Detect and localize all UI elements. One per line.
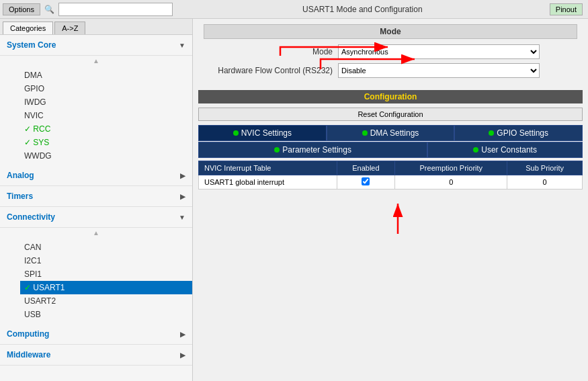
flow-control-row: Hardware Flow Control (RS232) Disable (204, 63, 577, 78)
dma-settings-label: DMA Settings (370, 128, 419, 138)
sub-priority-cell: 0 (507, 175, 583, 189)
gpio-settings-label: GPIO Settings (497, 128, 548, 138)
tab-atoz[interactable]: A->Z (54, 22, 85, 34)
mode-select[interactable]: Asynchronous (338, 44, 540, 59)
timers-chevron: ▶ (180, 193, 185, 200)
dma-tab-dot (362, 130, 368, 136)
enabled-cell[interactable] (337, 175, 395, 189)
sidebar-tabs: Categories A->Z (0, 19, 192, 35)
mode-label: Mode (204, 47, 338, 56)
sidebar-section-header-computing[interactable]: Computing ▶ (0, 324, 192, 345)
sidebar-item-can[interactable]: CAN (20, 241, 192, 254)
top-bar: Options 🔍 USART1 Mode and Configuration … (0, 0, 588, 19)
sidebar: Categories A->Z System Core ▼ ▲ DMA GPIO… (0, 19, 193, 381)
mode-row: Mode Asynchronous (204, 44, 577, 59)
analog-chevron: ▶ (180, 172, 185, 179)
preemption-cell: 0 (395, 175, 507, 189)
sidebar-item-gpio[interactable]: GPIO (20, 82, 192, 95)
sidebar-item-i2c1[interactable]: I2C1 (20, 254, 192, 267)
nvic-settings-label: NVIC Settings (241, 128, 292, 138)
param-tab-dot (274, 147, 280, 153)
middleware-chevron: ▶ (180, 351, 185, 359)
sidebar-section-connectivity: Connectivity ▼ ▲ CAN I2C1 SPI1 ✓ USART1 … (0, 207, 192, 324)
sidebar-section-header-system-core[interactable]: System Core ▼ (0, 35, 192, 56)
config-title: Configuration (198, 90, 583, 103)
sidebar-section-header-analog[interactable]: Analog ▶ (0, 165, 192, 186)
config-tabs-row1: NVIC Settings DMA Settings GPIO Settings (198, 125, 583, 141)
search-input[interactable] (58, 3, 173, 16)
content-area: Mode Mode Asynchronous Hardware Flow Con… (193, 19, 588, 381)
connectivity-scroll-up: ▲ (0, 228, 192, 238)
col-sub-priority: Sub Priority (507, 161, 583, 175)
user-constants-label: User Constants (481, 145, 537, 155)
sidebar-item-dma[interactable]: DMA (20, 69, 192, 82)
middleware-label: Middleware (7, 350, 50, 359)
tab-parameter-settings[interactable]: Parameter Settings (198, 142, 427, 158)
sidebar-item-iwdg[interactable]: IWDG (20, 95, 192, 109)
connectivity-chevron: ▼ (179, 214, 185, 221)
config-tabs-row2: Parameter Settings User Constants (198, 142, 583, 158)
top-bar-left: Options 🔍 (0, 3, 175, 16)
table-row: USART1 global interrupt 0 0 (199, 175, 583, 189)
config-section: Configuration Reset Configuration NVIC S… (193, 90, 588, 381)
sidebar-item-usart1[interactable]: ✓ USART1 (20, 281, 192, 294)
gpio-tab-dot (489, 130, 494, 136)
sidebar-section-system-core: System Core ▼ ▲ DMA GPIO IWDG NVIC ✓ RCC… (0, 35, 192, 165)
col-preemption: Preemption Priority (395, 161, 507, 175)
interrupt-name: USART1 global interrupt (199, 175, 337, 189)
enabled-checkbox[interactable] (362, 177, 370, 185)
mode-title: Mode (204, 24, 577, 39)
sidebar-section-header-middleware[interactable]: Middleware ▶ (0, 345, 192, 366)
tab-gpio-settings[interactable]: GPIO Settings (454, 125, 583, 141)
col-interrupt-table: NVIC Interrupt Table (199, 161, 337, 175)
pinout-button[interactable]: Pinout (550, 3, 583, 15)
nvic-table: NVIC Interrupt Table Enabled Preemption … (198, 161, 583, 189)
main-layout: Categories A->Z System Core ▼ ▲ DMA GPIO… (0, 19, 588, 381)
computing-chevron: ▶ (180, 331, 185, 338)
connectivity-items: CAN I2C1 SPI1 ✓ USART1 USART2 USB (0, 238, 192, 324)
sidebar-section-header-connectivity[interactable]: Connectivity ▼ (0, 207, 192, 228)
system-core-chevron: ▼ (179, 42, 185, 49)
tab-nvic-settings[interactable]: NVIC Settings (198, 125, 327, 141)
flow-control-select[interactable]: Disable (338, 63, 540, 78)
sidebar-section-middleware: Middleware ▶ (0, 345, 192, 366)
sidebar-section-header-timers[interactable]: Timers ▶ (0, 186, 192, 207)
system-core-items: DMA GPIO IWDG NVIC ✓ RCC ✓ SYS WWDG (0, 66, 192, 165)
sidebar-item-rcc[interactable]: ✓ RCC (20, 122, 192, 136)
tab-categories[interactable]: Categories (3, 22, 53, 34)
options-button[interactable]: Options (3, 3, 40, 15)
sidebar-section-analog: Analog ▶ (0, 165, 192, 186)
page-title: USART1 Mode and Configuration (175, 5, 550, 14)
parameter-settings-label: Parameter Settings (282, 145, 351, 155)
reset-button[interactable]: Reset Configuration (198, 108, 583, 121)
timers-label: Timers (7, 192, 33, 201)
analog-label: Analog (7, 171, 34, 180)
scroll-up-indicator: ▲ (0, 56, 192, 66)
sidebar-item-spi1[interactable]: SPI1 (20, 267, 192, 281)
computing-label: Computing (7, 329, 49, 339)
search-icon: 🔍 (42, 5, 57, 14)
tab-user-constants[interactable]: User Constants (427, 142, 583, 158)
top-bar-right: Pinout (550, 3, 588, 15)
user-constants-tab-dot (473, 147, 478, 153)
nvic-tab-dot (233, 130, 239, 136)
flow-control-label: Hardware Flow Control (RS232) (204, 66, 338, 75)
sidebar-section-timers: Timers ▶ (0, 186, 192, 207)
sidebar-item-sys[interactable]: ✓ SYS (20, 136, 192, 149)
system-core-label: System Core (7, 40, 56, 50)
connectivity-label: Connectivity (7, 212, 55, 222)
col-enabled: Enabled (337, 161, 395, 175)
sidebar-section-computing: Computing ▶ (0, 324, 192, 345)
sidebar-item-nvic[interactable]: NVIC (20, 109, 192, 122)
sidebar-item-usart2[interactable]: USART2 (20, 294, 192, 308)
sidebar-item-wwdg[interactable]: WWDG (20, 149, 192, 163)
sidebar-item-usb[interactable]: USB (20, 308, 192, 321)
tab-dma-settings[interactable]: DMA Settings (327, 125, 455, 141)
mode-section: Mode Mode Asynchronous Hardware Flow Con… (193, 19, 588, 90)
